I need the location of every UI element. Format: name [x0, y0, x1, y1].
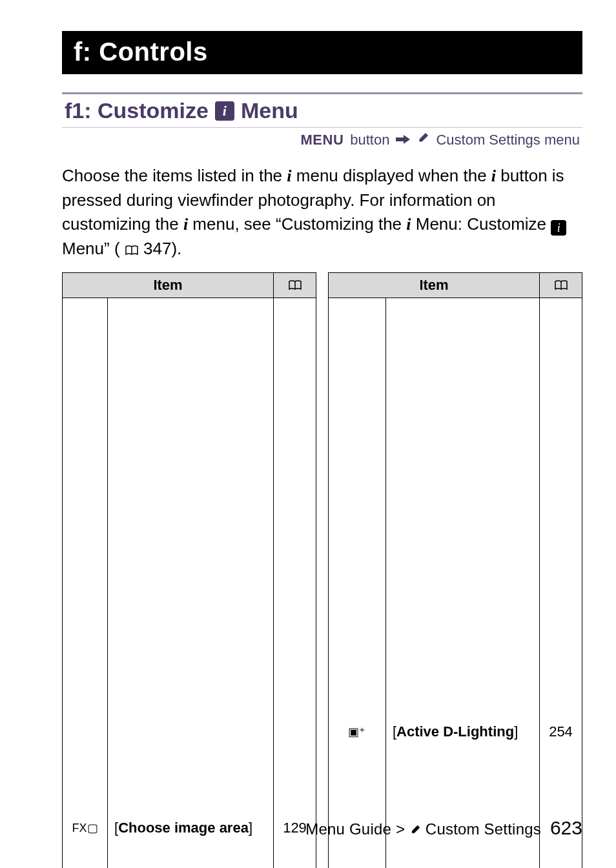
footer-crumbs: Menu Guide > Custom Settings	[305, 820, 541, 840]
th-item: Item	[329, 272, 540, 298]
i-menu-badge-icon: i	[215, 101, 234, 121]
i-italic-icon: i	[287, 167, 291, 185]
i-italic-icon: i	[406, 215, 411, 234]
image-area-icon: FX▢	[63, 298, 108, 868]
pencil-icon	[409, 822, 421, 840]
arrow-right-icon	[396, 132, 410, 148]
body-text-3a: menu, see “Customizing the	[192, 214, 406, 234]
table-row: ▣⁺[Active D-Lighting]254	[329, 298, 582, 868]
left-table: Item FX▢[Choose image area]129QUAL[Image…	[62, 272, 316, 868]
tables-container: Item FX▢[Choose image area]129QUAL[Image…	[62, 272, 582, 868]
body-text-1a: Choose the items listed in the	[62, 166, 287, 185]
section-breadcrumb: MENU button Custom Settings menu	[62, 127, 582, 152]
section-header: f1: Customize i Menu MENU button Custom …	[62, 92, 582, 152]
footer-crumb-2: Custom Settings	[426, 820, 541, 838]
item-page: 254	[540, 298, 582, 868]
body-paragraph: Choose the items listed in the i menu di…	[62, 164, 582, 263]
body-text-3b: Menu: Customize	[416, 214, 551, 234]
page-number: 623	[550, 817, 582, 839]
body-text-3d: 347).	[143, 239, 181, 258]
item-label: [Active D-Lighting]	[385, 298, 539, 868]
section-title-suffix: Menu	[241, 98, 298, 123]
pencil-icon	[416, 132, 429, 148]
footer-crumb-1: Menu Guide >	[305, 820, 409, 838]
item-page: 129	[274, 298, 316, 868]
body-text-3c: Menu” (	[62, 239, 120, 258]
section-sub-text: Custom Settings menu	[436, 132, 580, 148]
active-d-icon: ▣⁺	[329, 298, 386, 868]
book-icon	[125, 239, 139, 263]
th-item: Item	[63, 272, 274, 298]
i-menu-badge-icon: i	[551, 220, 566, 236]
i-italic-icon: i	[491, 167, 496, 185]
chapter-heading: f: Controls	[62, 31, 582, 74]
section-title: f1: Customize i Menu	[62, 94, 582, 127]
i-italic-icon: i	[183, 215, 188, 234]
section-title-prefix: f1: Customize	[65, 98, 209, 123]
th-page-icon	[274, 272, 316, 298]
body-text-1b: menu displayed when the	[296, 166, 491, 185]
item-label: [Choose image area]	[108, 298, 274, 868]
th-page-icon	[540, 272, 582, 298]
menu-button-label: MENU	[301, 132, 344, 148]
table-row: FX▢[Choose image area]129	[63, 298, 316, 868]
page-footer: Menu Guide > Custom Settings 623	[62, 817, 582, 840]
right-table: Item ▣⁺[Active D-Lighting]254⦸NR[Long ex…	[328, 272, 582, 868]
button-word: button	[350, 132, 389, 148]
